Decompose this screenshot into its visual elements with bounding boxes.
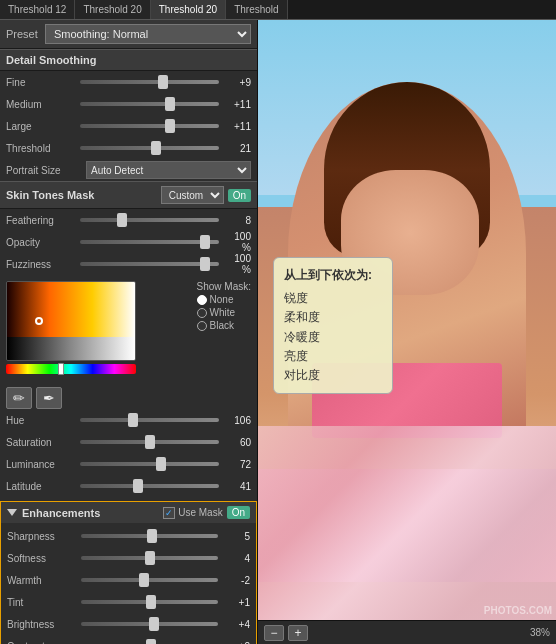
fuzziness-value: 100 % — [223, 253, 251, 275]
softness-row: Softness 4 — [1, 547, 256, 569]
contrast-label: Contrast — [7, 641, 77, 645]
large-track[interactable] — [80, 124, 219, 128]
fine-value: +9 — [223, 77, 251, 88]
latitude-value: 41 — [223, 481, 251, 492]
tooltip-box: 从上到下依次为: 锐度 柔和度 冷暖度 亮度 对比度 — [273, 257, 393, 394]
zoom-value: 38% — [530, 627, 550, 638]
mask-none-row[interactable]: None — [197, 294, 251, 305]
feathering-label: Feathering — [6, 215, 76, 226]
warmth-track[interactable] — [81, 578, 218, 582]
fine-track[interactable] — [80, 80, 219, 84]
softness-value: 4 — [222, 553, 250, 564]
tab-threshold-20b[interactable]: Threshold 20 — [151, 0, 226, 19]
softness-track[interactable] — [81, 556, 218, 560]
mask-black-row[interactable]: Black — [197, 320, 251, 331]
right-panel: 从上到下依次为: 锐度 柔和度 冷暖度 亮度 对比度 PHOTOS.COM − … — [258, 20, 556, 644]
saturation-track[interactable] — [80, 440, 219, 444]
sharpness-value: 5 — [222, 531, 250, 542]
enhancements-on-badge: On — [227, 506, 250, 519]
brightness-track[interactable] — [81, 622, 218, 626]
tooltip-line-3: 冷暖度 — [284, 328, 382, 347]
warmth-value: -2 — [222, 575, 250, 586]
medium-value: +11 — [223, 99, 251, 110]
fuzziness-row: Fuzziness 100 % — [0, 253, 257, 275]
mask-black-radio[interactable] — [197, 321, 207, 331]
color-picker-area: Show Mask: None White Black — [0, 275, 257, 383]
mask-white-radio[interactable] — [197, 308, 207, 318]
latitude-row: Latitude 41 — [0, 475, 257, 497]
mask-white-row[interactable]: White — [197, 307, 251, 318]
tabs-bar: Threshold 12 Threshold 20 Threshold 20 T… — [0, 0, 556, 20]
skin-tones-mode-select[interactable]: Custom — [161, 186, 224, 204]
contrast-value: +2 — [222, 641, 250, 645]
hue-track[interactable] — [80, 418, 219, 422]
preset-row: Preset Smoothing: Normal — [0, 20, 257, 49]
brightness-value: +4 — [222, 619, 250, 630]
large-label: Large — [6, 121, 76, 132]
fine-slider-row: Fine +9 — [0, 71, 257, 93]
main-layout: Preset Smoothing: Normal Detail Smoothin… — [0, 20, 556, 644]
large-slider-row: Large +11 — [0, 115, 257, 137]
mask-none-label: None — [210, 294, 234, 305]
medium-track[interactable] — [80, 102, 219, 106]
portrait-size-row: Portrait Size Auto Detect — [0, 159, 257, 181]
use-mask-checkbox[interactable]: ✓ — [163, 507, 175, 519]
medium-label: Medium — [6, 99, 76, 110]
minus-button[interactable]: − — [264, 625, 284, 641]
eyedropper-btn-2[interactable]: ✒ — [36, 387, 62, 409]
tint-track[interactable] — [81, 600, 218, 604]
hue-row: Hue 106 — [0, 409, 257, 431]
eyedropper-btn-1[interactable]: ✏ — [6, 387, 32, 409]
preset-select[interactable]: Smoothing: Normal — [45, 24, 251, 44]
plus-button[interactable]: + — [288, 625, 308, 641]
tab-threshold[interactable]: Threshold — [226, 0, 287, 19]
threshold-label: Threshold — [6, 143, 76, 154]
medium-slider-row: Medium +11 — [0, 93, 257, 115]
luminance-row: Luminance 72 — [0, 453, 257, 475]
skin-tones-on-badge: On — [228, 189, 251, 202]
mask-none-radio[interactable] — [197, 295, 207, 305]
sharpness-row: Sharpness 5 — [1, 525, 256, 547]
brightness-row: Brightness +4 — [1, 613, 256, 635]
threshold-track[interactable] — [80, 146, 219, 150]
fine-label: Fine — [6, 77, 76, 88]
detail-smoothing-header: Detail Smoothing — [0, 49, 257, 71]
portrait-size-label: Portrait Size — [6, 165, 86, 176]
portrait-size-select[interactable]: Auto Detect — [86, 161, 251, 179]
warmth-row: Warmth -2 — [1, 569, 256, 591]
use-mask-label: Use Mask — [178, 507, 222, 518]
tooltip-line-5: 对比度 — [284, 366, 382, 385]
enhancements-title: Enhancements — [22, 507, 163, 519]
triangle-icon — [7, 509, 17, 516]
eyedropper-row: ✏ ✒ — [0, 387, 257, 409]
color-gradient-box[interactable] — [6, 281, 136, 361]
contrast-row: Contrast +2 — [1, 635, 256, 644]
fuzziness-label: Fuzziness — [6, 259, 76, 270]
hue-value: 106 — [223, 415, 251, 426]
feathering-value: 8 — [223, 215, 251, 226]
feathering-track[interactable] — [80, 218, 219, 222]
softness-label: Softness — [7, 553, 77, 564]
mask-black-label: Black — [210, 320, 234, 331]
luminance-value: 72 — [223, 459, 251, 470]
tooltip-title: 从上到下依次为: — [284, 266, 382, 285]
opacity-track[interactable] — [80, 240, 219, 244]
tab-threshold-12[interactable]: Threshold 12 — [0, 0, 75, 19]
threshold-slider-row: Threshold 21 — [0, 137, 257, 159]
luminance-track[interactable] — [80, 462, 219, 466]
tab-threshold-20a[interactable]: Threshold 20 — [75, 0, 150, 19]
watermark: PHOTOS.COM — [484, 605, 552, 616]
preset-label: Preset — [6, 28, 41, 40]
hue-bar[interactable] — [6, 364, 136, 374]
warmth-label: Warmth — [7, 575, 77, 586]
luminance-label: Luminance — [6, 459, 76, 470]
brightness-label: Brightness — [7, 619, 77, 630]
sharpness-track[interactable] — [81, 534, 218, 538]
large-value: +11 — [223, 121, 251, 132]
threshold-value: 21 — [223, 143, 251, 154]
use-mask-check[interactable]: ✓ Use Mask — [163, 507, 222, 519]
latitude-track[interactable] — [80, 484, 219, 488]
opacity-value: 100 % — [223, 231, 251, 253]
skin-tones-title: Skin Tones Mask — [6, 189, 161, 201]
fuzziness-track[interactable] — [80, 262, 219, 266]
